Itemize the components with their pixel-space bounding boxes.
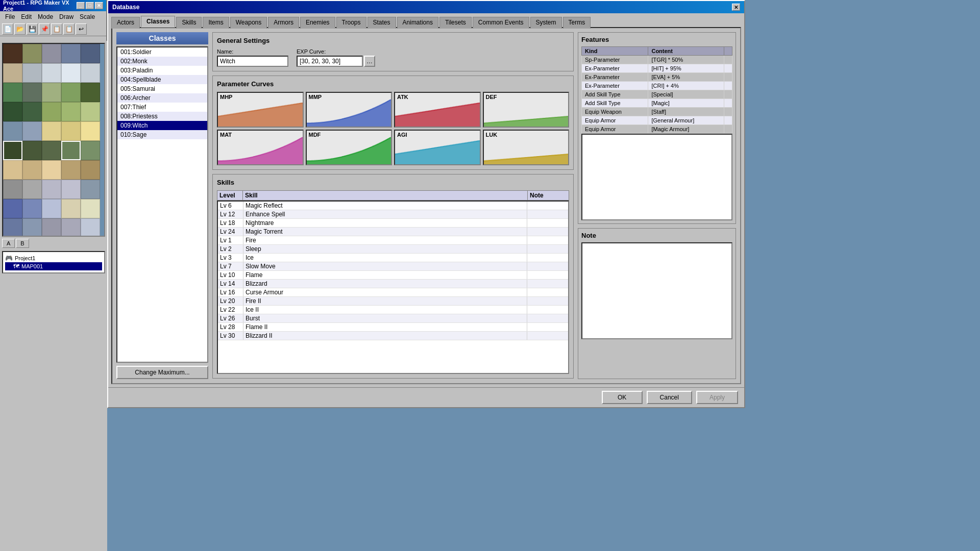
tile-21[interactable] bbox=[22, 121, 42, 141]
tile-40[interactable] bbox=[42, 199, 61, 218]
curve-atk[interactable]: ATK bbox=[394, 92, 481, 128]
tile-5[interactable] bbox=[3, 63, 22, 83]
tile-43[interactable] bbox=[3, 218, 22, 237]
tab-tilesets[interactable]: Tilesets bbox=[439, 17, 472, 29]
tab-states[interactable]: States bbox=[368, 17, 396, 29]
skills-list[interactable]: Lv 6 Magic Reflect Lv 12 Enhance Spell L… bbox=[217, 201, 569, 374]
tile-13[interactable] bbox=[61, 83, 81, 102]
feature-row-5[interactable]: Add Skill Type [Magic] bbox=[582, 99, 732, 108]
tab-classes[interactable]: Classes bbox=[141, 16, 175, 28]
tile-28[interactable] bbox=[3, 160, 22, 180]
tile-23[interactable] bbox=[61, 121, 81, 141]
dialog-close-button[interactable]: ✕ bbox=[732, 4, 740, 11]
tile-2[interactable] bbox=[42, 44, 61, 63]
tile-19[interactable] bbox=[81, 102, 100, 121]
curve-luk[interactable]: LUK bbox=[483, 130, 570, 165]
tile-14[interactable] bbox=[81, 83, 100, 102]
tool-pin[interactable]: 📌 bbox=[39, 23, 50, 35]
tool-undo[interactable]: ↩ bbox=[76, 23, 87, 35]
tile-42[interactable] bbox=[81, 199, 100, 218]
apply-button[interactable]: Apply bbox=[696, 391, 738, 404]
feature-row-7[interactable]: Equip Armor [General Armour] bbox=[582, 116, 732, 125]
tile-29[interactable] bbox=[22, 160, 42, 180]
feature-row-2[interactable]: Ex-Parameter [EVA] + 5% bbox=[582, 73, 732, 82]
skill-row-15[interactable]: Lv 30 Blizzard II bbox=[218, 332, 568, 340]
skill-row-6[interactable]: Lv 3 Ice bbox=[218, 254, 568, 262]
tile-47[interactable] bbox=[81, 218, 100, 237]
tile-24[interactable] bbox=[81, 121, 100, 141]
tile-1[interactable] bbox=[22, 44, 42, 63]
class-list[interactable]: 001:Soldier002:Monk003:Paladin004:Spellb… bbox=[116, 46, 208, 363]
class-item-003[interactable]: 003:Paladin bbox=[117, 66, 207, 75]
tile-44[interactable] bbox=[22, 218, 42, 237]
tile-18[interactable] bbox=[61, 102, 81, 121]
note-textarea[interactable] bbox=[581, 242, 732, 339]
menu-file[interactable]: File bbox=[2, 12, 18, 21]
curve-mdf[interactable]: MDF bbox=[306, 130, 393, 165]
tab-weapons[interactable]: Weapons bbox=[230, 17, 267, 29]
tab-a[interactable]: A bbox=[2, 239, 15, 248]
skill-row-14[interactable]: Lv 28 Flame II bbox=[218, 323, 568, 332]
tile-22[interactable] bbox=[42, 121, 61, 141]
feature-row-6[interactable]: Equip Weapon [Staff] bbox=[582, 108, 732, 116]
menu-draw[interactable]: Draw bbox=[56, 12, 77, 21]
tile-0[interactable] bbox=[3, 44, 22, 63]
menu-scale[interactable]: Scale bbox=[77, 12, 98, 21]
class-item-004[interactable]: 004:Spellblade bbox=[117, 75, 207, 84]
feature-row-8[interactable]: Equip Armor [Magic Armour] bbox=[582, 125, 732, 134]
tile-9[interactable] bbox=[81, 63, 100, 83]
class-item-008[interactable]: 008:Priestess bbox=[117, 112, 207, 121]
tile-6[interactable] bbox=[22, 63, 42, 83]
project-map[interactable]: 🗺 MAP001 bbox=[5, 262, 102, 270]
skill-row-8[interactable]: Lv 10 Flame bbox=[218, 271, 568, 280]
curve-mmp[interactable]: MMP bbox=[306, 92, 393, 128]
ok-button[interactable]: OK bbox=[602, 391, 643, 404]
tile-selected-2[interactable] bbox=[61, 141, 81, 160]
curve-def[interactable]: DEF bbox=[483, 92, 570, 128]
tile-20[interactable] bbox=[3, 121, 22, 141]
tool-new[interactable]: 📄 bbox=[2, 23, 13, 35]
skill-row-5[interactable]: Lv 2 Sleep bbox=[218, 245, 568, 254]
class-item-001[interactable]: 001:Soldier bbox=[117, 47, 207, 57]
skill-row-9[interactable]: Lv 14 Blizzard bbox=[218, 280, 568, 288]
skill-row-0[interactable]: Lv 6 Magic Reflect bbox=[218, 202, 568, 210]
tile-12[interactable] bbox=[42, 83, 61, 102]
tile-34[interactable] bbox=[22, 180, 42, 199]
tab-armors[interactable]: Armors bbox=[268, 17, 299, 29]
skill-row-1[interactable]: Lv 12 Enhance Spell bbox=[218, 210, 568, 219]
cancel-button[interactable]: Cancel bbox=[647, 391, 692, 404]
tab-items[interactable]: Items bbox=[203, 17, 229, 29]
tile-30[interactable] bbox=[42, 160, 61, 180]
menu-mode[interactable]: Mode bbox=[35, 12, 56, 21]
close-button[interactable]: ✕ bbox=[95, 2, 103, 9]
feature-row-3[interactable]: Ex-Parameter [CRI] + 4% bbox=[582, 82, 732, 90]
curve-mat[interactable]: MAT bbox=[217, 130, 304, 165]
tile-7[interactable] bbox=[42, 63, 61, 83]
tile-33[interactable] bbox=[3, 180, 22, 199]
tool-copy[interactable]: 📋 bbox=[51, 23, 62, 35]
skill-row-2[interactable]: Lv 18 Nightmare bbox=[218, 219, 568, 228]
tile-3[interactable] bbox=[61, 44, 81, 63]
skill-row-3[interactable]: Lv 24 Magic Torrent bbox=[218, 228, 568, 236]
tab-enemies[interactable]: Enemies bbox=[300, 17, 335, 29]
tile-38[interactable] bbox=[3, 199, 22, 218]
tab-b[interactable]: B bbox=[16, 239, 29, 248]
feature-row-4[interactable]: Add Skill Type [Special] bbox=[582, 90, 732, 99]
tile-8[interactable] bbox=[61, 63, 81, 83]
tile-26[interactable] bbox=[42, 141, 61, 160]
feature-row-0[interactable]: Sp-Parameter [TGR] * 50% bbox=[582, 56, 732, 64]
class-item-006[interactable]: 006:Archer bbox=[117, 93, 207, 103]
exp-input[interactable] bbox=[297, 56, 363, 67]
curve-agi[interactable]: AGI bbox=[394, 130, 481, 165]
class-item-009[interactable]: 009:Witch bbox=[117, 121, 207, 130]
tile-4[interactable] bbox=[81, 44, 100, 63]
skill-row-4[interactable]: Lv 1 Fire bbox=[218, 236, 568, 245]
tile-31[interactable] bbox=[61, 160, 81, 180]
tile-39[interactable] bbox=[22, 199, 42, 218]
tile-25[interactable] bbox=[22, 141, 42, 160]
tile-32[interactable] bbox=[81, 160, 100, 180]
skill-row-10[interactable]: Lv 16 Curse Armour bbox=[218, 288, 568, 297]
class-item-005[interactable]: 005:Samurai bbox=[117, 84, 207, 93]
feature-row-1[interactable]: Ex-Parameter [HIT] + 95% bbox=[582, 64, 732, 73]
project-root[interactable]: 🎮 Project1 bbox=[5, 254, 102, 262]
